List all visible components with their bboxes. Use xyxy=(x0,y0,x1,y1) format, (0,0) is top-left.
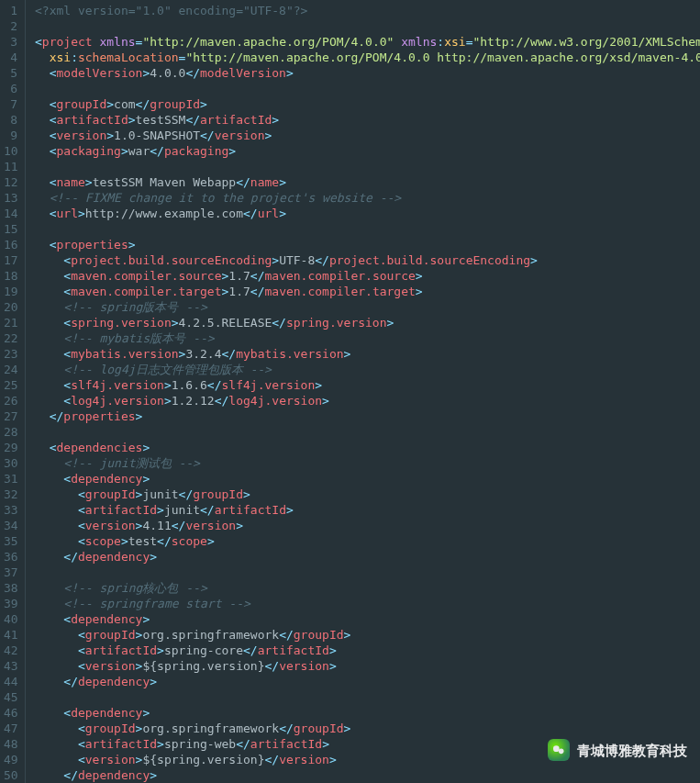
token-punct: > xyxy=(530,253,538,267)
code-line[interactable]: <project.build.sourceEncoding>UTF-8</pro… xyxy=(35,252,700,268)
token-punct: > xyxy=(329,643,337,657)
token-text: 1.7 xyxy=(228,269,250,283)
token-punct: </ xyxy=(236,737,250,751)
code-line[interactable]: </dependency> xyxy=(35,674,700,689)
code-line[interactable]: <version>${spring.version}</version> xyxy=(35,658,700,674)
token-punct: > xyxy=(416,285,423,298)
line-number: 41 xyxy=(4,627,17,643)
token-punct: < xyxy=(63,472,71,486)
token-punct: > xyxy=(344,721,351,735)
token-tag: slf4j.version xyxy=(222,378,316,392)
token-tag: log4j.version xyxy=(71,394,164,408)
code-line[interactable] xyxy=(35,689,700,705)
token-text: spring-core xyxy=(164,643,243,657)
code-area[interactable]: <?xml version="1.0" encoding="UTF-8"?><p… xyxy=(26,0,700,783)
code-line[interactable]: xsi:schemaLocation="http://maven.apache.… xyxy=(35,50,700,65)
code-line[interactable]: <!-- junit测试包 --> xyxy=(35,455,700,471)
token-punct: < xyxy=(78,519,85,532)
token-punct: </ xyxy=(150,144,164,158)
token-punct: > xyxy=(329,753,337,766)
token-text: 1.0-SNAPSHOT xyxy=(114,129,200,142)
token-punct: > xyxy=(200,97,207,111)
code-line[interactable]: <groupId>org.springframework</groupId> xyxy=(35,721,700,736)
code-line[interactable]: <packaging>war</packaging> xyxy=(35,143,700,159)
code-line[interactable]: <!-- springframe start --> xyxy=(35,596,700,611)
code-line[interactable] xyxy=(35,221,700,237)
token-punct: < xyxy=(63,394,71,408)
token-punct: > xyxy=(264,129,272,142)
code-line[interactable]: <spring.version>4.2.5.RELEASE</spring.ve… xyxy=(35,315,700,330)
code-line[interactable]: <scope>test</scope> xyxy=(35,533,700,549)
line-number: 27 xyxy=(4,408,17,424)
token-punct: : xyxy=(71,50,78,64)
token-punct: < xyxy=(63,378,71,392)
token-tag: mybatis.version xyxy=(71,347,178,361)
code-line[interactable]: <groupId>org.springframework</groupId> xyxy=(35,627,700,643)
token-text: spring-web xyxy=(164,737,236,751)
code-line[interactable]: </properties> xyxy=(35,408,700,424)
code-line[interactable]: <!-- spring核心包 --> xyxy=(35,580,700,596)
code-line[interactable]: <!-- FIXME change it to the project's we… xyxy=(35,190,700,206)
code-line[interactable]: <artifactId>testSSM</artifactId> xyxy=(35,112,700,128)
line-number: 15 xyxy=(4,221,17,237)
token-tag: version xyxy=(85,519,136,532)
code-line[interactable]: <project xmlns="http://maven.apache.org/… xyxy=(35,34,700,50)
token-punct: > xyxy=(416,269,423,283)
code-line[interactable] xyxy=(35,159,700,174)
token-tag: artifactId xyxy=(258,643,329,657)
code-line[interactable]: <slf4j.version>1.6.6</slf4j.version> xyxy=(35,377,700,393)
token-tag: dependency xyxy=(78,768,150,782)
code-line[interactable]: <mybatis.version>3.2.4</mybatis.version> xyxy=(35,346,700,362)
token-tag: groupId xyxy=(85,628,136,642)
code-line[interactable]: </dependency> xyxy=(35,549,700,565)
code-line[interactable]: <groupId>junit</groupId> xyxy=(35,487,700,502)
code-line[interactable]: <dependency> xyxy=(35,611,700,627)
code-line[interactable]: <dependencies> xyxy=(35,440,700,455)
line-number: 36 xyxy=(4,549,17,565)
token-tag: scope xyxy=(85,534,121,548)
code-line[interactable]: <!-- log4j日志文件管理包版本 --> xyxy=(35,362,700,377)
line-number: 16 xyxy=(4,237,17,252)
token-punct: < xyxy=(78,643,85,657)
code-line[interactable]: <version>1.0-SNAPSHOT</version> xyxy=(35,128,700,143)
token-punct: : xyxy=(437,35,444,49)
code-line[interactable]: <dependency> xyxy=(35,705,700,721)
token-punct: </ xyxy=(63,550,78,564)
code-line[interactable]: <groupId>com</groupId> xyxy=(35,96,700,112)
line-number: 23 xyxy=(4,346,17,362)
code-line[interactable]: <?xml version="1.0" encoding="UTF-8"?> xyxy=(35,3,700,18)
token-punct: > xyxy=(344,628,351,642)
code-line[interactable]: <properties> xyxy=(35,237,700,252)
code-line[interactable]: <modelVersion>4.0.0</modelVersion> xyxy=(35,65,700,81)
code-line[interactable]: <artifactId>spring-core</artifactId> xyxy=(35,643,700,658)
code-line[interactable]: <maven.compiler.source>1.7</maven.compil… xyxy=(35,268,700,284)
code-line[interactable] xyxy=(35,18,700,34)
token-punct: </ xyxy=(136,97,150,111)
code-line[interactable]: <log4j.version>1.2.12</log4j.version> xyxy=(35,393,700,408)
token-punct: </ xyxy=(272,316,286,330)
code-line[interactable]: <maven.compiler.target>1.7</maven.compil… xyxy=(35,284,700,299)
code-line[interactable]: </dependency> xyxy=(35,767,700,783)
line-number: 37 xyxy=(4,565,17,580)
code-line[interactable]: <!-- spring版本号 --> xyxy=(35,299,700,315)
code-line[interactable]: <artifactId>junit</artifactId> xyxy=(35,502,700,518)
code-line[interactable]: <name>testSSM Maven Webapp</name> xyxy=(35,174,700,190)
token-string: "http://maven.apache.org/POM/4.0.0" xyxy=(142,35,394,49)
line-number: 44 xyxy=(4,674,17,689)
line-number: 10 xyxy=(4,143,17,159)
code-line[interactable]: <version>4.11</version> xyxy=(35,518,700,533)
code-line[interactable]: <url>http://www.example.com</url> xyxy=(35,206,700,221)
token-punct: </ xyxy=(243,643,258,657)
token-tag: artifactId xyxy=(250,737,322,751)
code-line[interactable] xyxy=(35,424,700,440)
line-number-gutter: 1234567891011121314151617181920212223242… xyxy=(0,0,26,783)
token-tag: maven.compiler.target xyxy=(71,285,221,298)
code-line[interactable] xyxy=(35,81,700,96)
code-line[interactable]: <!-- mybatis版本号 --> xyxy=(35,330,700,346)
token-comment: <!-- mybatis版本号 --> xyxy=(63,331,214,345)
token-text: org.springframework xyxy=(142,721,279,735)
code-line[interactable]: <dependency> xyxy=(35,471,700,487)
token-tag: groupId xyxy=(56,97,106,111)
code-line[interactable] xyxy=(35,565,700,580)
token-tag: properties xyxy=(63,409,135,423)
